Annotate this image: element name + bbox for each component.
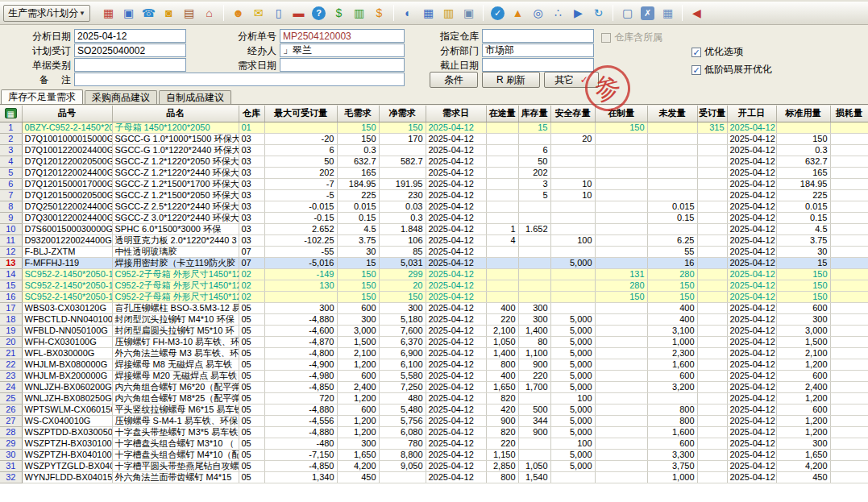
col-header-rownum[interactable]: ▦ [0, 106, 22, 122]
row-number[interactable]: 14 [0, 268, 22, 280]
table-row[interactable]: 26WPTSWLM-CX060150G平头竖纹拉铆螺母 M6*15 易车铁05-… [0, 404, 868, 415]
doc-search-icon[interactable]: ◎ [530, 5, 546, 22]
row-number[interactable]: 30 [0, 449, 22, 460]
money-icon[interactable]: $ [330, 5, 347, 22]
chart-search-icon[interactable]: ◐ [400, 5, 417, 22]
row-number[interactable]: 8 [0, 201, 22, 212]
warehouse-input[interactable] [482, 29, 594, 43]
table-row[interactable]: 9D7Q3001220024400GSGCC-Z 3.0*1220*2440 环… [0, 212, 868, 223]
excel-export-icon[interactable]: ▦ [5, 108, 17, 118]
checkbox-low-level-code[interactable]: 低阶码展开优化 [691, 63, 772, 77]
col-header-item-name[interactable]: 品名 [112, 106, 239, 122]
col-header-ordered[interactable]: 受订量 [697, 106, 727, 122]
calculator-icon[interactable]: ▦ [420, 5, 437, 22]
table-row[interactable]: 2D7Q1001000015000GSGCC-G 1.0*1000*1500 环… [0, 133, 868, 144]
table-row[interactable]: 10D7S6001500030000GSPHC 6.0*1500*3000 环保… [0, 223, 868, 234]
copy-icon[interactable]: ▣ [460, 5, 477, 22]
refresh-icon[interactable]: ↻ [590, 5, 607, 22]
table-row[interactable]: 22WHJLM-BX080000G焊接螺母 M8 无磁焊点 易车铁05-4,90… [0, 359, 868, 370]
row-number[interactable]: 4 [0, 156, 22, 167]
table-row[interactable]: 21WFL-BX030000G外六角法兰螺母 M3 易车铁、环05-4,8002… [0, 347, 868, 359]
table-row[interactable]: 4D7Q1201220020500GSGCC-Z 1.2*1220*2050 环… [0, 156, 868, 167]
row-number[interactable]: 17 [0, 302, 22, 313]
analysis-no-input[interactable] [280, 29, 405, 43]
table-row[interactable]: 19WFBLD-NN050100G封闭型扁圆头拉铆钉 M5*10 环05-4,6… [0, 325, 868, 336]
row-number[interactable]: 6 [0, 178, 22, 189]
row-number[interactable]: 12 [0, 246, 22, 257]
window-cascade-icon[interactable]: ▦ [659, 5, 676, 22]
col-header-std-usage[interactable]: 标准用量 [776, 106, 830, 122]
row-number[interactable]: 31 [0, 460, 22, 471]
row-number[interactable]: 18 [0, 313, 22, 325]
table-row[interactable]: 14SC952-2-1450*2050-1C952-2子母箱 外形尺寸1450*… [0, 268, 868, 280]
col-header-gross-demand[interactable]: 毛需求 [337, 106, 379, 122]
module-selector-dropdown[interactable]: 生产需求/计划分 ▼ [3, 5, 90, 22]
table-row[interactable]: 32WYNJFLDD-BX040150G外六角法兰面带齿螺钉 M4*15051,… [0, 471, 868, 483]
document-icon[interactable]: ▯ [270, 5, 287, 22]
row-number[interactable]: 28 [0, 426, 22, 438]
row-number[interactable]: 2 [0, 133, 22, 144]
person-money-icon[interactable]: $ [371, 5, 388, 22]
col-header-unshipped[interactable]: 未发量 [647, 106, 697, 122]
deadline-input[interactable] [482, 58, 594, 72]
tab-purchase-suggestion[interactable]: 采购商品建议 [85, 90, 157, 104]
col-header-net-demand[interactable]: 净需求 [379, 106, 426, 122]
tab-stock-shortage-demand[interactable]: 库存不足量需求 [1, 89, 83, 104]
phone-icon[interactable]: ☎ [140, 5, 157, 22]
row-number[interactable]: 27 [0, 415, 22, 426]
col-header-in-process[interactable]: 在制量 [595, 106, 647, 122]
row-number[interactable]: 13 [0, 257, 22, 268]
drawer-icon[interactable]: ▥ [440, 5, 457, 22]
mail-icon[interactable]: ✉ [250, 5, 267, 22]
window-close-icon[interactable]: ✗ [641, 6, 654, 20]
table-row[interactable]: 11D932001220024400G透明亚克力板 2.0*1220*2440 … [0, 234, 868, 246]
table-row[interactable]: 31WSZPYTZGLD-BX040150十字槽平圆头带垫燕尾钻自攻螺05-4,… [0, 460, 868, 471]
table-row[interactable]: 18WFBCTLD-NN040100G封闭型沉头拉铆钉 M4*10 环保05-4… [0, 313, 868, 325]
row-number[interactable]: 10 [0, 223, 22, 234]
col-header-warehouse[interactable]: 仓库 [239, 106, 264, 122]
table-row[interactable]: 25WNLJZH-BX080250G内六角组合螺钉 M8*25（配平弹05720… [0, 392, 868, 404]
network-icon[interactable]: ∴ [550, 5, 567, 22]
table-row[interactable]: 8D7Q2501220024400GSGCC-Z 2.5*1220*2440 环… [0, 201, 868, 212]
plan-order-input[interactable] [74, 44, 186, 57]
demand-date-input[interactable] [280, 58, 405, 72]
row-number[interactable]: 11 [0, 234, 22, 246]
cart-icon[interactable]: ▥ [351, 5, 368, 22]
col-header-demand-date[interactable]: 需求日 [426, 106, 486, 122]
bell-icon[interactable]: ▲ [509, 5, 526, 22]
table-row[interactable]: 17WBS03-CX030120G盲孔压铆螺柱 BSO-3.5M3-12 易05… [0, 302, 868, 313]
lock-key-icon[interactable]: ◙ [160, 5, 177, 22]
row-number[interactable]: 26 [0, 404, 22, 415]
table-row[interactable]: 23WHJLM-BX200000G焊接螺母 M20 无磁焊点 易车铁05-4,9… [0, 370, 868, 381]
checkbox-warehouse-include[interactable]: 仓库含所属 [601, 31, 662, 44]
tab-self-made-suggestion[interactable]: 自制成品建议 [159, 90, 231, 104]
handler-input[interactable] [280, 44, 405, 57]
table-row[interactable]: 5D7Q1201220024400GSGCC-Z 1.2*1220*2440 环… [0, 167, 868, 178]
computer-icon[interactable]: ▣ [120, 5, 137, 22]
row-number[interactable]: 19 [0, 325, 22, 336]
table-row[interactable]: 29WSZPTZH-BX030100G十字槽盘头组合螺钉 M3*10 （05-4… [0, 438, 868, 449]
table-row[interactable]: 16SC952-2-1450*2050-1C952-2子母箱 外形尺寸1450*… [0, 291, 868, 302]
row-number[interactable]: 15 [0, 280, 22, 291]
key-icon[interactable]: ▬ [290, 5, 307, 22]
window-restore-icon[interactable]: ▢ [619, 5, 636, 22]
table-row[interactable]: 27WS-CX040010G压铆螺母 S-M4-1 易车铁、环保05-4,556… [0, 415, 868, 426]
table-row[interactable]: 28WSZPTDD-BX030050G十字盘头带垫螺钉 M3*5 易车铁05-4… [0, 426, 868, 438]
row-number[interactable]: 22 [0, 359, 22, 370]
users-icon[interactable]: ☻ [230, 5, 247, 22]
table-row[interactable]: 3D7Q1001220024400GSGCC-G 1.0*1220*2440 环… [0, 144, 868, 156]
col-header-loss-qty[interactable]: 损耗量 [830, 106, 868, 122]
table-row[interactable]: 6D7Q1201500017000GSGCC-Z 1.2*1500*1700 环… [0, 178, 868, 189]
doc-type-input[interactable] [74, 58, 186, 72]
table-row[interactable]: 30WSZPTZH-BX040100G十字槽盘头组合螺钉 M4*10（配05-7… [0, 449, 868, 460]
table-row[interactable]: 12F-BLJ-ZXTM中性透明玻璃胶07-5530852025-04-1255… [0, 246, 868, 257]
help-icon[interactable]: ? [312, 6, 326, 20]
row-number[interactable]: 23 [0, 370, 22, 381]
approve-icon[interactable]: ✓ [491, 6, 505, 20]
row-number[interactable]: 24 [0, 381, 22, 392]
table-row[interactable]: 13F-MFFHJ-119焊接用密封胶（卡立119防火胶07-5,016155,… [0, 257, 868, 268]
col-header-max-orderable[interactable]: 最大可受订量 [264, 106, 337, 122]
dept-input[interactable] [482, 44, 594, 57]
exit-icon[interactable]: ◀ [688, 5, 705, 22]
col-header-stock[interactable]: 库存量 [518, 106, 550, 122]
